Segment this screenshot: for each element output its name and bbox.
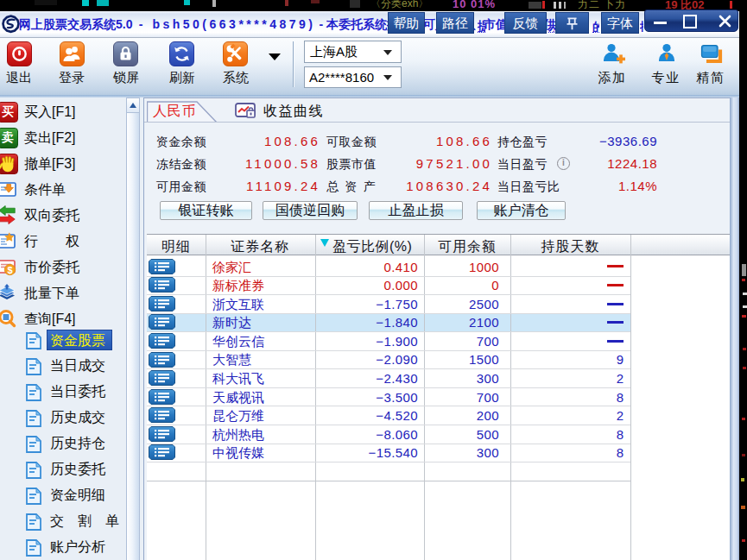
svg-text:$: $ (7, 265, 12, 275)
